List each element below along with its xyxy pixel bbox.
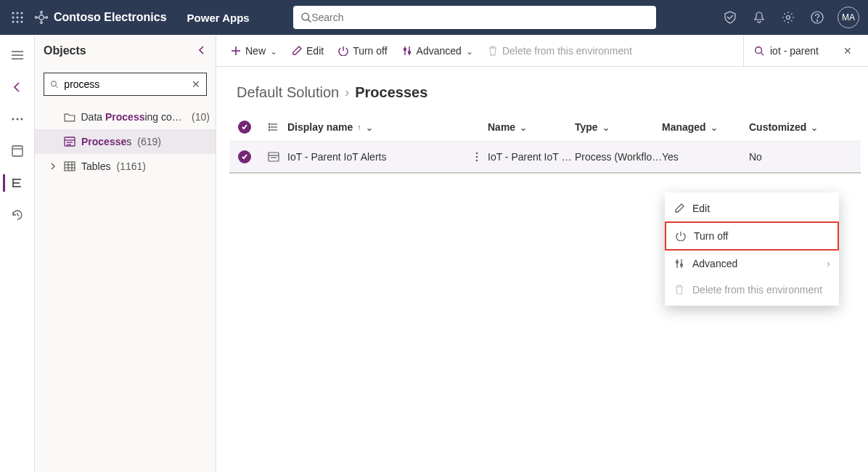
col-display-name[interactable]: Display name ↑	[287, 121, 466, 133]
breadcrumb: Default Solution › Processes	[216, 67, 868, 113]
global-search[interactable]	[293, 6, 656, 29]
svg-point-60	[269, 126, 270, 128]
svg-point-8	[21, 21, 23, 23]
grid-row[interactable]: IoT - Parent IoT Alerts IoT - Parent IoT…	[229, 142, 861, 174]
col-customized[interactable]: Customized	[749, 121, 836, 133]
expand-icon[interactable]	[48, 163, 58, 170]
svg-point-12	[36, 17, 38, 19]
sliders-icon	[402, 46, 412, 56]
panel-collapse-icon[interactable]	[197, 45, 207, 57]
brand-text: Contoso Electronics	[54, 11, 167, 24]
new-button[interactable]: New	[225, 39, 283, 62]
environment-icon[interactable]	[718, 6, 742, 29]
ctx-delete: Delete from this environment	[665, 277, 839, 303]
rail-back-icon[interactable]	[3, 73, 32, 102]
search-icon	[300, 12, 311, 23]
col-type[interactable]: Type	[575, 121, 662, 133]
rail-more-icon[interactable]	[3, 105, 32, 134]
turnoff-button[interactable]: Turn off	[332, 39, 393, 62]
svg-point-65	[476, 152, 478, 155]
svg-point-7	[17, 21, 19, 23]
edit-icon	[292, 46, 302, 56]
svg-point-4	[17, 17, 19, 19]
app-launcher-icon[interactable]	[6, 6, 29, 29]
panel-title: Objects	[44, 44, 86, 57]
svg-point-54	[756, 46, 762, 53]
list-icon	[269, 122, 279, 132]
help-icon[interactable]	[806, 6, 829, 29]
app-name: Power Apps	[187, 12, 250, 24]
object-tree: Data Processing con… (10) Processes (619…	[35, 105, 216, 179]
svg-point-6	[12, 21, 15, 23]
chevron-down-icon	[366, 121, 373, 133]
breadcrumb-current: Processes	[355, 84, 427, 101]
check-icon	[238, 121, 251, 134]
panel-search[interactable]: ✕	[44, 73, 207, 96]
tree-item-count: (1161)	[116, 160, 145, 172]
ctx-advanced[interactable]: Advanced ›	[665, 251, 839, 277]
user-avatar[interactable]: MA	[838, 7, 859, 28]
panel-search-input[interactable]	[64, 78, 186, 90]
notifications-icon[interactable]	[748, 6, 771, 29]
svg-point-13	[46, 17, 48, 19]
power-icon	[338, 46, 348, 56]
table-icon	[64, 161, 75, 171]
rail-objects-icon[interactable]	[3, 168, 32, 198]
svg-point-3	[12, 17, 15, 19]
svg-point-59	[269, 123, 270, 125]
cell-name: IoT - Parent IoT …	[488, 151, 575, 163]
header-actions: MA	[718, 6, 862, 29]
cell-type: Process (Workflo…	[575, 151, 662, 163]
svg-point-37	[51, 81, 56, 86]
folder-icon	[64, 112, 75, 122]
context-menu: Edit Turn off Advanced › Delete from thi…	[665, 192, 839, 306]
edit-button[interactable]: Edit	[286, 39, 329, 62]
col-name[interactable]: Name	[488, 121, 575, 133]
delete-button: Delete from this environment	[482, 39, 638, 62]
rail-menu-icon[interactable]	[3, 41, 32, 70]
sort-asc-icon: ↑	[357, 123, 361, 131]
plus-icon	[231, 46, 241, 56]
cell-display-name[interactable]: IoT - Parent IoT Alerts	[287, 151, 466, 163]
settings-icon[interactable]	[777, 6, 800, 29]
svg-point-27	[16, 118, 18, 121]
breadcrumb-root[interactable]: Default Solution	[237, 84, 339, 101]
col-type-icon[interactable]	[260, 122, 287, 132]
tree-item-processes[interactable]: Processes (619)	[35, 129, 216, 154]
tree-item-label: Tables	[81, 160, 110, 172]
svg-line-36	[17, 215, 20, 216]
rail-overview-icon[interactable]	[3, 137, 32, 166]
ctx-edit[interactable]: Edit	[665, 195, 839, 221]
chevron-down-icon	[270, 45, 277, 57]
svg-rect-29	[12, 146, 22, 156]
clear-icon[interactable]: ✕	[192, 78, 200, 90]
svg-point-2	[21, 12, 23, 15]
rail-history-icon[interactable]	[3, 200, 32, 229]
tree-item-data-processing[interactable]: Data Processing con… (10)	[35, 105, 216, 129]
filter-box[interactable]: iot - parent ✕	[743, 35, 859, 67]
tree-item-count: (10)	[192, 111, 210, 123]
clear-filter-icon[interactable]: ✕	[843, 45, 852, 57]
svg-rect-43	[65, 162, 75, 171]
edit-icon	[673, 203, 685, 213]
ctx-turnoff-highlight: Turn off	[665, 221, 839, 251]
power-icon	[675, 231, 687, 241]
grid-header: Display name ↑ Name Type Managed	[229, 113, 861, 142]
global-search-input[interactable]	[311, 12, 649, 23]
ctx-turnoff[interactable]: Turn off	[666, 223, 838, 249]
search-icon	[50, 79, 58, 89]
tree-item-label: Data Processing con…	[81, 111, 187, 123]
nav-rail	[0, 35, 35, 472]
select-all[interactable]	[229, 121, 260, 134]
brand[interactable]: Contoso Electronics	[35, 11, 167, 24]
tree-item-tables[interactable]: Tables (1161)	[35, 154, 216, 179]
chevron-down-icon	[811, 121, 818, 133]
svg-point-5	[21, 17, 23, 19]
row-check-icon[interactable]	[238, 150, 251, 163]
row-more-button[interactable]	[466, 152, 488, 162]
advanced-button[interactable]: Advanced	[396, 39, 479, 62]
svg-line-19	[308, 20, 311, 23]
col-managed[interactable]: Managed	[662, 121, 749, 133]
svg-rect-62	[269, 152, 279, 161]
chevron-right-icon: ›	[345, 85, 349, 100]
